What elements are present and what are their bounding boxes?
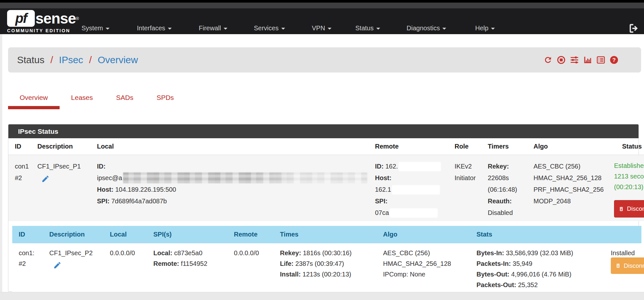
page-left-edge (0, 34, 2, 292)
ipsec-tabs: Overview Leases SADs SPDs (8, 92, 186, 109)
table-row: con1: #2 CF1_IPsec_P2 0.0.0.0/0 Local: c… (12, 243, 641, 292)
nav-item-services[interactable]: Services (254, 24, 285, 32)
bar-chart-icon[interactable] (583, 55, 592, 64)
sliders-icon[interactable] (570, 55, 579, 64)
redacted-value (399, 162, 441, 171)
window-top-strip (0, 0, 644, 3)
ipsec-status-panel: IPsec Status ID Description Local Remote… (8, 124, 639, 292)
redacted-value (390, 208, 437, 218)
col-header-times: Times (280, 231, 298, 238)
table-row: con1 #2 CF1_IPsec_P1 ID: ipsec@a Host: 1… (8, 155, 644, 221)
nav-item-status[interactable]: Status (355, 24, 380, 32)
child-sa-table: ID Description Local SPI(s) Remote Times… (12, 226, 641, 292)
edit-icon[interactable] (41, 175, 50, 183)
disconnect-button[interactable]: Disconnect (614, 200, 644, 218)
chevron-down-icon (224, 28, 227, 30)
cell-local: 0.0.0.0/0 (110, 248, 135, 258)
sign-out-icon[interactable] (628, 23, 640, 34)
breadcrumb-section: Status (17, 54, 44, 65)
chevron-down-icon (491, 28, 495, 30)
breadcrumb: Status / IPsec / Overview (17, 54, 138, 65)
chevron-down-icon (281, 28, 285, 30)
col-header-remote: Remote (234, 231, 257, 238)
pfsense-logo-subtitle: COMMUNITY EDITION (7, 28, 79, 33)
breadcrumb-actions: ? (543, 55, 619, 64)
breadcrumb-link-overview[interactable]: Overview (98, 54, 138, 65)
redacted-value (392, 185, 440, 194)
col-header-id: ID (15, 143, 21, 150)
col-header-algo: Algo (533, 143, 548, 150)
cell-remote: 0.0.0.0/0 (234, 248, 259, 258)
help-icon[interactable]: ? (610, 55, 619, 64)
col-header-remote: Remote (375, 143, 399, 150)
breadcrumb-separator: / (89, 54, 91, 65)
nav-item-help[interactable]: Help (475, 24, 495, 32)
cell-description: CF1_IPsec_P2 (49, 248, 93, 269)
cell-spi: Local: c873e5a0 Remote: f1154952 (153, 248, 207, 269)
col-header-description: Description (37, 143, 73, 150)
nav-item-diagnostics[interactable]: Diagnostics (407, 24, 446, 32)
pfsense-logo[interactable]: pf sense ® COMMUNITY EDITION (7, 10, 79, 33)
nav-item-firewall[interactable]: Firewall (199, 24, 227, 32)
cell-algo: AES_CBC (256) HMAC_SHA2_256_128 IPComp: … (383, 248, 451, 280)
col-header-stats: Stats (476, 231, 492, 238)
breadcrumb-separator: / (50, 54, 53, 65)
cell-status: Installed (611, 248, 635, 258)
col-header-spi: SPI(s) (153, 231, 172, 238)
chevron-down-icon (328, 28, 332, 30)
breadcrumb-link-ipsec[interactable]: IPsec (59, 54, 83, 65)
col-header-timers: Timers (488, 143, 509, 150)
pfsense-logo-pf: pf (7, 10, 35, 27)
cell-id: con1: #2 (19, 248, 34, 269)
registered-mark: ® (76, 16, 79, 21)
col-header-local: Local (97, 143, 114, 150)
svg-text:?: ? (612, 57, 616, 63)
breadcrumb-panel: Status / IPsec / Overview ? (8, 47, 641, 73)
cell-timers: Rekey: 22608s (06:16:48) Reauth: Disable… (488, 160, 517, 218)
chevron-down-icon (442, 28, 446, 30)
tab-overview[interactable]: Overview (8, 92, 60, 109)
disconnect-button[interactable]: Disconnect (611, 257, 644, 274)
redacted-value (123, 172, 367, 183)
nav-item-vpn[interactable]: VPN (312, 24, 332, 32)
chevron-down-icon (376, 28, 380, 30)
cell-local: ID: ipsec@a Host: 104.189.226.195:500 SP… (97, 160, 367, 207)
window-title-strip (0, 3, 644, 8)
tab-leases[interactable]: Leases (60, 92, 105, 109)
edit-icon[interactable] (53, 261, 62, 269)
page-bottom-area (0, 292, 644, 300)
chevron-down-icon (168, 28, 172, 30)
ike-table-header: ID Description Local Remote Role Timers … (8, 138, 644, 155)
chevron-down-icon (106, 28, 110, 30)
list-icon[interactable] (596, 55, 605, 64)
tab-sads[interactable]: SADs (104, 92, 145, 109)
cell-algo: AES_CBC (256) HMAC_SHA2_256_128 PRF_HMAC… (533, 160, 604, 207)
main-navbar: pf sense ® COMMUNITY EDITION System Inte… (0, 8, 644, 34)
pfsense-logo-sense: sense (35, 10, 76, 27)
refresh-icon[interactable] (543, 55, 553, 64)
nav-item-interfaces[interactable]: Interfaces (137, 24, 172, 32)
panel-title: IPsec Status (8, 124, 639, 138)
cell-description: CF1_IPsec_P1 (37, 160, 81, 183)
col-header-id: ID (19, 231, 25, 238)
trash-icon (619, 206, 624, 212)
cell-times: Rekey: 1816s (00:30:16) Life: 2387s (00:… (280, 248, 351, 280)
col-header-algo: Algo (383, 231, 397, 238)
col-header-description: Description (49, 231, 85, 238)
cell-id: con1 #2 (15, 160, 29, 184)
child-table-header: ID Description Local SPI(s) Remote Times… (12, 226, 641, 243)
col-header-local: Local (110, 231, 127, 238)
cell-remote: ID: 162. Host: 162.1 SPI: 07ca (375, 160, 441, 218)
nav-item-system[interactable]: System (82, 24, 110, 32)
tab-spds[interactable]: SPDs (145, 92, 186, 109)
stop-icon[interactable] (557, 55, 566, 64)
cell-role: IKEv2 Initiator (455, 160, 476, 184)
cell-stats: Bytes-In: 33,586,939 (32.03 MiB) Packets… (476, 248, 573, 290)
trash-icon (615, 263, 621, 269)
cell-status: Established 1213 seconds (00:20:13) (614, 160, 644, 192)
col-header-role: Role (455, 143, 468, 150)
col-header-status: Status (622, 143, 642, 150)
